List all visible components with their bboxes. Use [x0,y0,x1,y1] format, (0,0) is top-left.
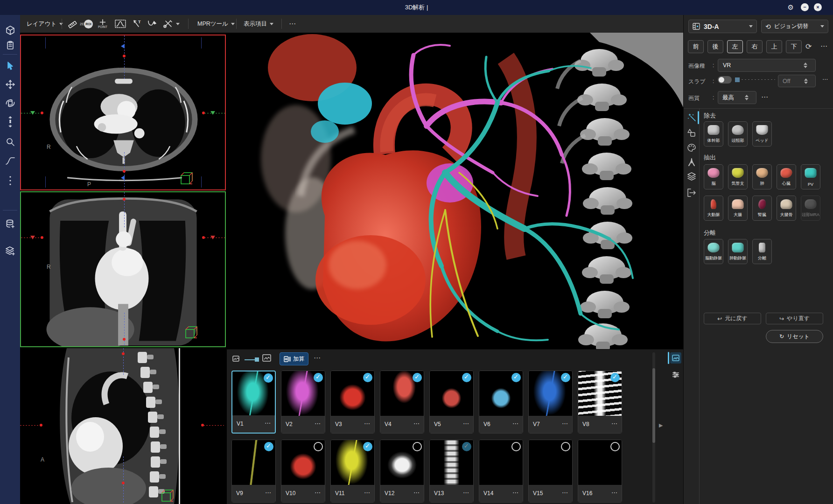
clipboard-icon[interactable] [0,38,20,52]
magic-wand-tool-icon[interactable] [686,111,698,123]
crosshair-dot[interactable] [122,482,125,484]
annotation-arrow-icon[interactable]: T [132,15,141,33]
crosshair-marker-icon[interactable] [210,111,215,115]
zoom-tool-icon[interactable] [0,135,20,149]
remove-torso-button[interactable]: 体幹部 [704,121,723,147]
crosshair-vertical-line[interactable] [123,456,124,504]
thumbnail-menu-icon[interactable]: ⋯ [512,489,519,496]
more-tools-icon[interactable] [0,174,20,188]
thumbnail-menu-icon[interactable]: ⋯ [611,420,618,427]
crosshair-marker-icon[interactable] [30,111,35,115]
extract-femur-button[interactable]: 大腿骨 [777,196,796,221]
gallery-scrollbar[interactable] [652,352,655,503]
add-database-icon[interactable] [0,217,20,231]
thumbnail-menu-icon[interactable]: ⋯ [463,489,469,496]
minimize-button[interactable]: − [801,3,809,11]
thumbnail-menu-icon[interactable]: ⋯ [413,420,420,427]
roi-icon[interactable]: ROI [84,15,93,33]
quality-select[interactable]: 最高 [718,91,756,104]
slab-mode-select[interactable]: Off [778,75,816,87]
extract-aorta-button[interactable]: 大動脈 [704,196,723,221]
check-badge[interactable] [314,373,323,382]
extract-lung-button[interactable]: 肺 [752,164,772,189]
check-badge[interactable] [511,373,521,382]
redo-button[interactable]: ↪やり直す [766,313,823,324]
thumbnail-menu-icon[interactable]: ⋯ [364,420,371,427]
crosshair-dot[interactable] [202,112,205,114]
separate-lung-av-button[interactable]: 肺動静脈 [728,239,748,264]
gallery-more-icon[interactable]: ⋯ [314,354,321,362]
check-badge[interactable] [413,373,422,382]
collapse-chevron-icon[interactable]: ▶ [659,422,663,428]
vision-switch-button[interactable]: ⟲ ビジョン切替 [761,20,828,33]
crosshair-marker-icon[interactable] [121,44,125,49]
direction-down-button[interactable]: 下 [786,40,802,53]
thumbnail-menu-icon[interactable]: ⋯ [611,489,618,496]
thumbnail-size-small-icon[interactable] [232,355,239,364]
extract-head-mra-button[interactable]: 頭部MRA [801,196,820,221]
shapes-tool-icon[interactable] [686,127,698,139]
separate-brain-av-button[interactable]: 脳動静脈 [704,239,723,264]
crosshair-dot[interactable] [122,352,125,355]
sync-view-icon[interactable]: ⟳ [805,42,812,51]
thumbnail-menu-icon[interactable]: ⋯ [562,489,568,496]
slab-more-icon[interactable]: ⋯ [822,76,828,83]
check-badge[interactable] [561,373,570,382]
reset-button[interactable]: ↻リセット [766,330,823,343]
thumbnail-card-v10[interactable]: V10⋯ [281,440,325,503]
gallery-scrollbar-thumb[interactable] [652,368,655,443]
crosshair-dot[interactable] [123,338,126,341]
thumbnail-menu-icon[interactable]: ⋯ [364,489,371,496]
extract-colon-button[interactable]: 大腸 [728,196,748,221]
crosshair-horizontal-line[interactable] [20,425,41,426]
separate-generic-button[interactable]: 分離 [752,239,772,264]
thumbnail-menu-icon[interactable]: ⋯ [512,420,519,427]
add-layers-icon[interactable] [0,244,20,258]
thumbnail-menu-icon[interactable]: ⋯ [562,420,568,427]
gallery-view-tab-icon[interactable] [670,352,681,364]
quality-more-icon[interactable]: ⋯ [761,93,769,101]
3d-render-view[interactable] [226,33,683,349]
mpr-view-axial[interactable]: R P [20,35,226,190]
crosshair-dot[interactable] [123,198,126,201]
check-badge[interactable] [264,373,273,383]
crosshair-marker-icon[interactable] [121,175,125,180]
move-tool-icon[interactable] [0,77,20,91]
thumbnail-menu-icon[interactable]: ⋯ [315,489,321,496]
thumbnail-card-v7[interactable]: V7⋯ [528,371,573,434]
thumbnail-card-v6[interactable]: V6⋯ [479,371,523,434]
thumbnail-card-v5[interactable]: V5⋯ [429,371,474,434]
thumbnail-card-v15[interactable]: V15⋯ [528,440,573,503]
orientation-cube-icon[interactable] [158,486,177,504]
thumbnail-size-slider-knob[interactable] [255,357,259,362]
extract-heart-button[interactable]: 心臓 [777,164,796,189]
mpr-tools-dropdown[interactable]: MPRツール [197,15,235,33]
direction-up-button[interactable]: 上 [766,40,782,53]
crosshair-dot[interactable] [40,424,42,427]
thumbnail-menu-icon[interactable]: ⋯ [265,420,271,427]
freehand-pen-icon[interactable] [147,15,157,33]
crosshair-dot[interactable] [201,424,204,427]
direction-front-button[interactable]: 前 [688,40,704,53]
thumbnail-card-v13[interactable]: V13⋯ [429,440,474,503]
window-level-tool-icon[interactable] [0,154,20,168]
palette-tool-icon[interactable] [686,142,698,154]
thumbnail-menu-icon[interactable]: ⋯ [265,489,272,496]
extract-pv-button[interactable]: PV [801,164,820,189]
slab-slider-knob[interactable] [735,77,740,82]
thumbnail-card-v1[interactable]: V1⋯ [231,371,276,434]
settings-gear-icon[interactable]: ⚙ [788,3,794,12]
crosshair-marker-icon[interactable] [210,236,215,239]
extract-brain-button[interactable]: 脳 [704,164,723,189]
check-badge[interactable] [462,442,471,451]
thumbnail-menu-icon[interactable]: ⋯ [413,489,420,496]
image-type-select[interactable]: VR [718,59,816,72]
check-badge[interactable] [511,442,521,451]
thumbnail-size-large-icon[interactable] [262,354,271,364]
panel-more-icon[interactable]: ⋯ [820,42,828,50]
thumbnail-card-v3[interactable]: V3⋯ [330,371,375,434]
check-badge[interactable] [413,442,422,451]
check-badge[interactable] [314,442,323,451]
undo-button[interactable]: ↩元に戻す [704,313,761,324]
check-badge[interactable] [610,442,620,451]
